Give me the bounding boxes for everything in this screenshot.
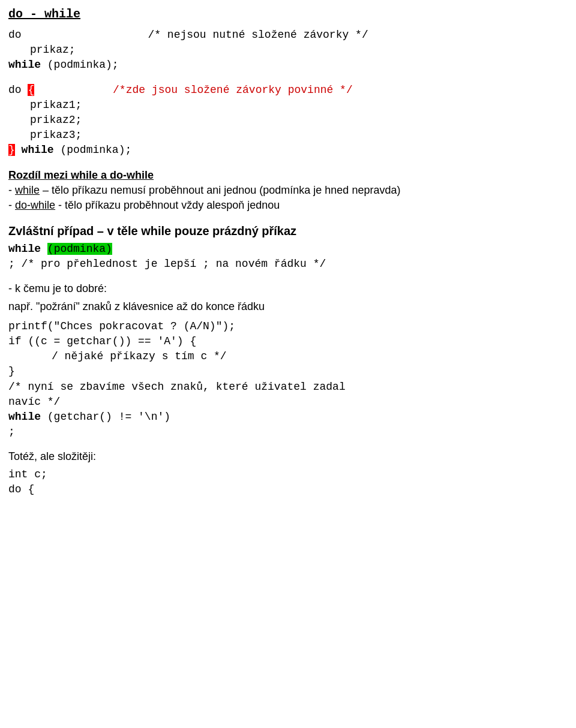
brace-close-red: } [8, 144, 15, 156]
kw-while-getchar: while [8, 411, 41, 423]
heading-text: do - while [8, 7, 80, 21]
main-heading: do - while [8, 6, 568, 23]
code-line-do2: do { /*zde jsou složené závorky povinné … [8, 83, 568, 98]
usage-intro1: - k čemu je to dobré: [8, 281, 568, 296]
cond-green: (podminka) [47, 243, 112, 255]
page-content: do - while do /* nejsou nutné složené zá… [8, 6, 568, 497]
usage-code: printf("Chces pokracovat ? (A/N)"); if (… [8, 319, 568, 440]
rozdil-section: Rozdíl mezi while a do-while - while – t… [8, 168, 568, 213]
code-printf: printf("Chces pokracovat ? (A/N)"); [8, 319, 568, 334]
code-line-prikaz1: prikaz; [30, 43, 568, 58]
code-comment-navic: /* nyní se zbavíme všech znaků, které už… [8, 380, 568, 395]
code-if-body: / nějaké příkazy s tím c */ [52, 349, 568, 364]
kw-while-underline: while [15, 184, 40, 196]
totez-do: do { [8, 482, 568, 497]
code-comment-navic2: navíc */ [8, 395, 568, 410]
comment-1: /* nejsou nutné složené závorky */ [148, 29, 368, 41]
totez-heading: Totéž, ale složitěji: [8, 449, 568, 464]
rozdil-item1: - while – tělo příkazu nemusí proběhnout… [8, 183, 568, 198]
keyword-while2: while [15, 144, 54, 156]
code-line-prikaz1-braced: prikaz1; [30, 98, 568, 113]
rozdil-item2: - do-while - tělo příkazu proběhnout vžd… [8, 198, 568, 213]
keyword-while1: while [8, 59, 41, 71]
totez-section: Totéž, ale složitěji: int c; do { [8, 449, 568, 497]
special-heading-text: Zvláštní případ – v těle while pouze prá… [8, 222, 568, 239]
code-if: if ((c = getchar()) == 'A') { [8, 334, 568, 349]
special-code: while (podminka) ; /* pro přehlednost je… [8, 242, 568, 272]
code-block-2: do { /*zde jsou složené závorky povinné … [8, 83, 568, 158]
special-code-line1: while (podminka) [8, 242, 568, 257]
code-line-prikaz3-braced: prikaz3; [30, 128, 568, 143]
code-line-while1: while (podminka); [8, 58, 568, 73]
special-code-line2: ; /* pro přehlednost je lepší ; na novém… [8, 257, 568, 272]
code-if-close: } [8, 364, 568, 379]
kw-while-special: while [8, 243, 41, 255]
kw-dowhile-underline: do-while [15, 199, 55, 211]
usage-intro2: např. "požrání" znaků z klávesnice až do… [8, 299, 568, 314]
code-line-close-brace: } while (podminka); [8, 143, 568, 158]
code-semicolon-final: ; [8, 425, 568, 440]
usage-section: - k čemu je to dobré: např. "požrání" zn… [8, 281, 568, 440]
comment-red: /*zde jsou složené závorky povinné */ [113, 84, 353, 96]
keyword-do1: do [8, 29, 22, 41]
code-while-getchar: while (getchar() != '\n') [8, 410, 568, 425]
totez-code: int c; do { [8, 467, 568, 497]
code-line-prikaz2-braced: prikaz2; [30, 113, 568, 128]
code-block-1: do /* nejsou nutné složené závorky */ pr… [8, 28, 568, 73]
totez-int-c: int c; [8, 467, 568, 482]
brace-open-red: { [28, 84, 34, 96]
code-line-do1: do /* nejsou nutné složené závorky */ [8, 28, 568, 43]
special-section: Zvláštní případ – v těle while pouze prá… [8, 222, 568, 272]
rozdil-heading: Rozdíl mezi while a do-while [8, 168, 568, 183]
